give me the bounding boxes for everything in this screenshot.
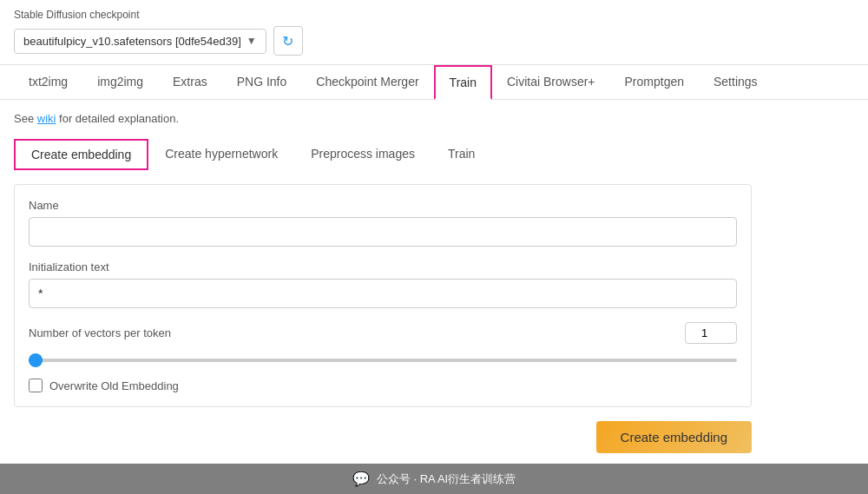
wiki-suffix: for detailed explanation.: [56, 112, 179, 125]
init-text-label: Initialization text: [29, 260, 737, 273]
tab-checkpoint-merger[interactable]: Checkpoint Merger: [301, 65, 433, 100]
subtab-preprocess-images[interactable]: Preprocess images: [294, 139, 431, 170]
wiki-line: See wiki for detailed explanation.: [14, 112, 854, 125]
checkpoint-row: beautifulpicy_v10.safetensors [0dfe54ed3…: [14, 26, 854, 56]
chevron-down-icon: ▼: [247, 35, 257, 47]
tab-png-info[interactable]: PNG Info: [222, 65, 302, 100]
create-embedding-form: Name Initialization text Number of vecto…: [14, 184, 752, 407]
name-label: Name: [29, 199, 737, 212]
sub-tabs: Create embedding Create hypernetwork Pre…: [14, 139, 854, 170]
create-embedding-button[interactable]: Create embedding: [596, 421, 752, 453]
tab-extras[interactable]: Extras: [158, 65, 222, 100]
init-text-group: Initialization text: [29, 260, 737, 308]
checkpoint-select[interactable]: beautifulpicy_v10.safetensors [0dfe54ed3…: [14, 29, 266, 54]
content-area: See wiki for detailed explanation. Creat…: [0, 100, 868, 465]
checkpoint-value: beautifulpicy_v10.safetensors [0dfe54ed3…: [23, 35, 241, 48]
subtab-train[interactable]: Train: [431, 139, 491, 170]
tab-img2img[interactable]: img2img: [82, 65, 158, 100]
wiki-link[interactable]: wiki: [37, 112, 56, 125]
wiki-prefix: See: [14, 112, 37, 125]
refresh-button[interactable]: ↻: [273, 26, 303, 56]
refresh-icon: ↻: [282, 33, 293, 49]
watermark: 💬 公众号 · RA AI衍生者训练营: [0, 464, 868, 465]
tab-promptgen[interactable]: Promptgen: [610, 65, 699, 100]
tab-train[interactable]: Train: [434, 65, 492, 100]
name-group: Name: [29, 199, 737, 247]
main-nav: txt2img img2img Extras PNG Info Checkpoi…: [0, 65, 868, 100]
overwrite-label: Overwrite Old Embedding: [49, 379, 179, 392]
name-input[interactable]: [29, 217, 737, 247]
vectors-row: Number of vectors per token: [29, 322, 737, 344]
overwrite-row: Overwrite Old Embedding: [29, 379, 737, 392]
subtab-create-embedding[interactable]: Create embedding: [14, 139, 148, 170]
bottom-btn-row: Create embedding: [14, 421, 752, 453]
vectors-label: Number of vectors per token: [29, 326, 171, 339]
top-bar: Stable Diffusion checkpoint beautifulpic…: [0, 0, 868, 65]
overwrite-checkbox[interactable]: [29, 379, 43, 392]
vectors-slider[interactable]: [29, 359, 737, 362]
tab-txt2img[interactable]: txt2img: [14, 65, 82, 100]
tab-settings[interactable]: Settings: [699, 65, 773, 100]
checkpoint-label: Stable Diffusion checkpoint: [14, 9, 854, 21]
tab-civitai[interactable]: Civitai Browser+: [492, 65, 610, 100]
init-text-input[interactable]: [29, 279, 737, 308]
vectors-input[interactable]: [685, 322, 737, 344]
subtab-create-hypernetwork[interactable]: Create hypernetwork: [148, 139, 294, 170]
slider-container: [29, 351, 737, 365]
